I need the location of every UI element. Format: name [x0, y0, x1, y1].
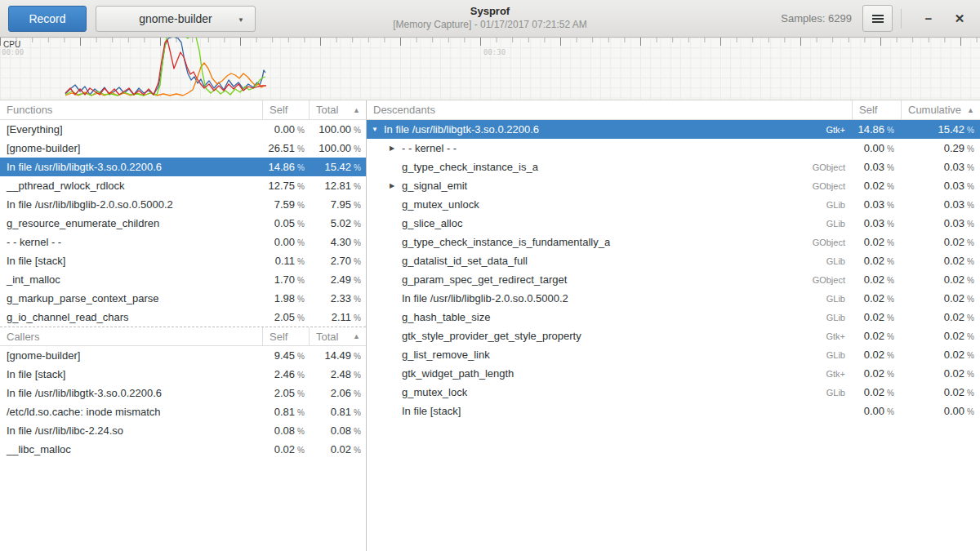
percent-value: 5.02 — [331, 217, 351, 229]
self-percent: 0.02% — [262, 443, 309, 455]
expander-closed-icon[interactable]: ▶ — [390, 182, 402, 189]
descendant-name: g_list_remove_link — [367, 349, 800, 361]
percent-value: 0.03 — [944, 161, 964, 173]
tree-row[interactable]: g_list_remove_linkGLib0.02%0.02% — [367, 345, 980, 364]
tree-row[interactable]: g_type_check_instance_is_fundamentally_a… — [367, 233, 980, 251]
descendants-self-column-header[interactable]: Self — [852, 100, 901, 119]
functions-total-column-header[interactable]: Total ▲ — [309, 100, 366, 119]
percent-sign: % — [887, 332, 894, 341]
descendant-name: ▼In file /usr/lib/libgtk-3.so.0.2200.6 — [367, 123, 800, 136]
descendant-label: g_param_spec_get_redirect_target — [402, 273, 567, 286]
table-row[interactable]: g_markup_parse_context_parse1.98%2.33% — [0, 289, 366, 308]
descendants-cumulative-column-header[interactable]: Cumulative ▲ — [901, 100, 980, 119]
descendant-name: ▶- - kernel - - — [367, 142, 800, 154]
percent-sign: % — [354, 144, 361, 153]
percent-value: 0.02 — [864, 292, 884, 304]
cumulative-percent: 0.02% — [901, 349, 980, 361]
table-row[interactable]: In file /usr/lib/libc-2.24.so0.08%0.08% — [0, 421, 366, 440]
tree-row[interactable]: In file /usr/lib/libglib-2.0.so.0.5000.2… — [367, 289, 980, 308]
table-row[interactable]: g_resource_enumerate_children0.05%5.02% — [0, 214, 366, 233]
percent-value: 0.05 — [274, 217, 295, 229]
table-row[interactable]: g_io_channel_read_chars2.05%2.11% — [0, 308, 366, 327]
close-button[interactable]: ✕ — [947, 7, 972, 30]
callers-total-column-header[interactable]: Total ▲ — [309, 327, 366, 345]
functions-column-header[interactable]: Functions — [0, 100, 262, 119]
cpu-chart[interactable]: CPU 00:00 00:30 — [0, 38, 980, 100]
expander-open-icon[interactable]: ▼ — [372, 126, 384, 133]
percent-sign: % — [887, 276, 894, 285]
tree-row[interactable]: gtk_style_provider_get_style_propertyGtk… — [367, 327, 980, 345]
descendant-name: gtk_style_provider_get_style_property — [367, 330, 800, 342]
record-button[interactable]: Record — [8, 6, 87, 32]
table-row[interactable]: [gnome-builder]9.45%14.49% — [0, 346, 366, 365]
tree-row[interactable]: g_datalist_id_set_data_fullGLib0.02%0.02… — [367, 251, 980, 270]
table-row[interactable]: In file /usr/lib/libgtk-3.so.0.2200.614.… — [0, 158, 366, 176]
percent-sign: % — [354, 220, 361, 229]
cumulative-percent: 0.03% — [901, 161, 980, 173]
expander-closed-icon[interactable]: ▶ — [390, 144, 402, 152]
percent-value: 0.03 — [864, 198, 884, 211]
table-row[interactable]: - - kernel - -0.00%4.30% — [0, 233, 366, 251]
descendant-label: In file [stack] — [402, 405, 461, 417]
table-row[interactable]: In file [stack]0.11%2.70% — [0, 251, 366, 270]
percent-value: 0.03 — [944, 198, 964, 211]
table-row[interactable]: [gnome-builder]26.51%100.00% — [0, 139, 366, 158]
callers-self-column-header[interactable]: Self — [262, 327, 309, 345]
percent-sign: % — [297, 238, 305, 247]
callers-column-header[interactable]: Callers — [0, 327, 262, 345]
tree-row[interactable]: ▼In file /usr/lib/libgtk-3.so.0.2200.6Gt… — [367, 120, 980, 139]
tree-row[interactable]: g_param_spec_get_redirect_targetGObject0… — [367, 270, 980, 289]
descendant-label: gtk_widget_path_length — [402, 367, 514, 380]
descendants-table-header: Descendants Self Cumulative ▲ — [367, 100, 980, 120]
table-row[interactable]: __pthread_rwlock_rdlock12.75%12.81% — [0, 176, 366, 195]
self-percent: 2.05% — [262, 387, 309, 399]
process-selector-dropdown[interactable]: gnome-builder ▼ — [96, 6, 256, 32]
tree-row[interactable]: ▶- - kernel - -0.00%0.29% — [367, 139, 980, 158]
tree-row[interactable]: g_mutex_unlockGLib0.03%0.03% — [367, 195, 980, 214]
table-row[interactable]: [Everything]0.00%100.00% — [0, 120, 366, 139]
hamburger-menu-icon — [872, 13, 884, 24]
tree-row[interactable]: In file [stack]0.00%0.00% — [367, 402, 980, 420]
tree-row[interactable]: g_hash_table_sizeGLib0.02%0.02% — [367, 308, 980, 327]
menu-button[interactable] — [862, 5, 893, 32]
percent-sign: % — [354, 163, 361, 172]
percent-value: 0.02 — [864, 180, 884, 192]
table-row[interactable]: In file /usr/lib/libgtk-3.so.0.2200.62.0… — [0, 384, 366, 402]
total-percent: 0.81% — [309, 406, 366, 418]
table-row[interactable]: In file [stack]2.46%2.48% — [0, 365, 366, 384]
library-badge: Gtk+ — [800, 331, 852, 341]
percent-sign: % — [967, 313, 974, 322]
functions-self-column-header[interactable]: Self — [262, 100, 309, 119]
tree-row[interactable]: g_mutex_lockGLib0.02%0.02% — [367, 383, 980, 402]
library-badge: Gtk+ — [800, 369, 852, 379]
tree-row[interactable]: ▶g_signal_emitGObject0.02%0.03% — [367, 176, 980, 195]
percent-value: 2.70 — [331, 255, 351, 267]
library-badge: GLib — [800, 256, 852, 266]
descendant-name: g_hash_table_size — [367, 311, 800, 323]
tree-row[interactable]: g_slice_allocGLib0.03%0.03% — [367, 214, 980, 233]
percent-value: 0.02 — [864, 236, 884, 248]
total-percent: 14.49% — [309, 349, 366, 362]
tree-row[interactable]: gtk_widget_path_lengthGtk+0.02%0.02% — [367, 364, 980, 383]
tree-row[interactable]: g_type_check_instance_is_aGObject0.03%0.… — [367, 158, 980, 176]
descendant-label: In file /usr/lib/libgtk-3.so.0.2200.6 — [384, 123, 539, 136]
headerbar-separator — [901, 9, 902, 29]
cumulative-percent: 0.02% — [901, 292, 980, 304]
minimize-button[interactable]: − — [916, 7, 941, 30]
percent-value: 0.00 — [864, 142, 884, 154]
descendants-column-header[interactable]: Descendants — [367, 100, 852, 119]
self-percent: 0.02% — [852, 367, 901, 380]
table-row[interactable]: /etc/ld.so.cache: inode mismatch0.81%0.8… — [0, 402, 366, 421]
percent-value: 0.00 — [274, 123, 295, 136]
self-percent: 0.00% — [262, 123, 309, 136]
table-row[interactable]: In file /usr/lib/libglib-2.0.so.0.5000.2… — [0, 195, 366, 214]
percent-value: 0.02 — [944, 367, 964, 380]
percent-value: 0.03 — [864, 161, 884, 173]
descendant-label: g_slice_alloc — [402, 217, 462, 229]
table-row[interactable]: __libc_malloc0.02%0.02% — [0, 440, 366, 459]
total-percent: 0.02% — [309, 443, 366, 455]
descendant-label: g_type_check_instance_is_a — [402, 161, 538, 173]
percent-sign: % — [967, 144, 974, 153]
sysprof-window: Record gnome-builder ▼ Sysprof [Memory C… — [0, 0, 980, 551]
table-row[interactable]: _int_malloc1.70%2.49% — [0, 270, 366, 289]
